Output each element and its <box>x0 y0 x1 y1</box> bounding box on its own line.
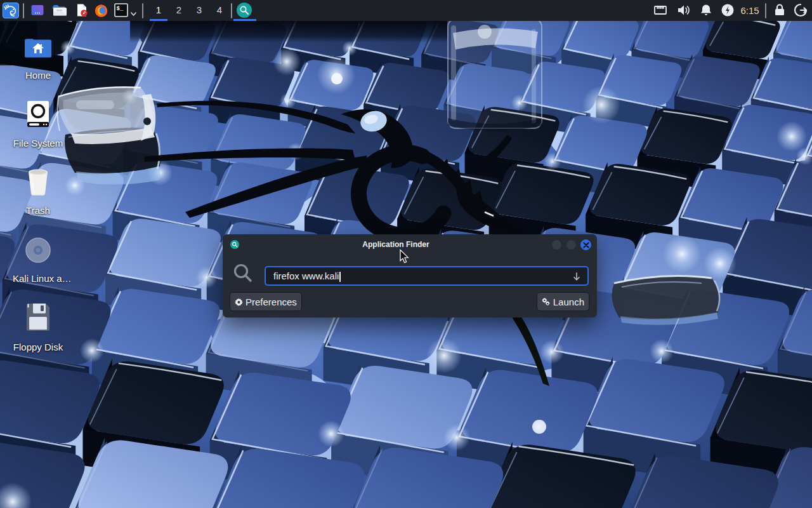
svg-text:$_: $_ <box>117 6 124 12</box>
